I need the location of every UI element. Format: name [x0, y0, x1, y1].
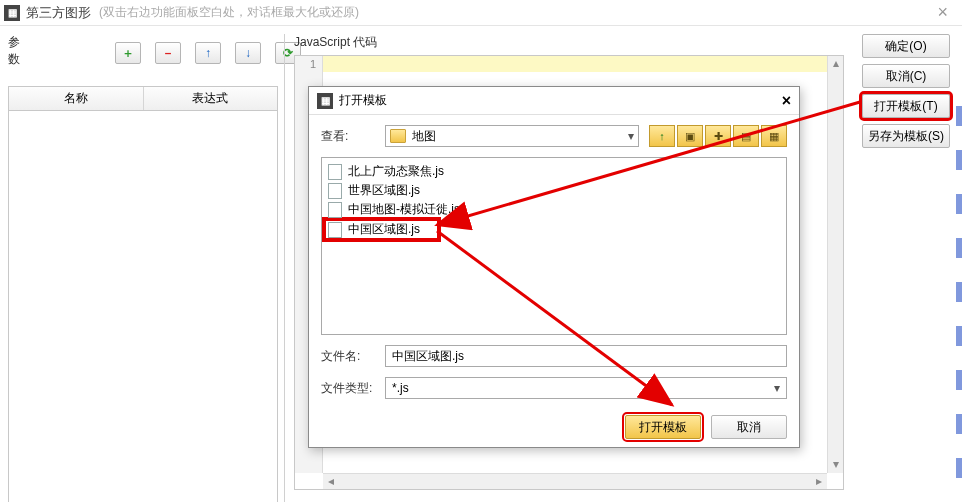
scroll-right-icon[interactable]: ▸ — [811, 474, 827, 489]
detail-view-button[interactable]: ▦ — [761, 125, 787, 147]
scroll-up-icon[interactable]: ▴ — [828, 56, 843, 72]
open-template-button[interactable]: 打开模板(T) — [862, 94, 950, 118]
editor-horizontal-scrollbar[interactable]: ◂ ▸ — [323, 473, 827, 489]
editor-vertical-scrollbar[interactable]: ▴ ▾ — [827, 56, 843, 473]
params-toolbar: ＋ － ↑ ↓ ⟳ — [115, 42, 301, 64]
remove-button[interactable]: － — [155, 42, 181, 64]
main-titlebar: ▦ 第三方图形 (双击右边功能面板空白处，对话框最大化或还原) × — [0, 0, 962, 26]
chevron-down-icon: ▾ — [774, 381, 780, 395]
params-grid-header: 名称 表达式 — [8, 86, 278, 111]
filetype-select[interactable]: *.js ▾ — [385, 377, 787, 399]
open-template-dialog: ▦ 打开模板 × 查看: 地图 ▾ ↑ ▣ ✚ ▤ ▦ — [308, 86, 800, 448]
list-view-button[interactable]: ▤ — [733, 125, 759, 147]
add-button[interactable]: ＋ — [115, 42, 141, 64]
new-folder-button[interactable]: ✚ — [705, 125, 731, 147]
folder-icon — [390, 129, 406, 143]
list-item[interactable]: 世界区域图.js — [328, 181, 780, 200]
lookin-value: 地图 — [412, 128, 436, 145]
ok-button[interactable]: 确定(O) — [862, 34, 950, 58]
editor-current-line — [323, 56, 827, 72]
chevron-down-icon: ▾ — [628, 129, 634, 143]
save-template-button[interactable]: 另存为模板(S) — [862, 124, 950, 148]
dialog-close-icon[interactable]: × — [782, 92, 791, 110]
up-folder-button[interactable]: ↑ — [649, 125, 675, 147]
line-number: 1 — [295, 56, 322, 70]
file-name: 中国区域图.js — [348, 221, 420, 238]
right-button-panel: 确定(O) 取消(C) 打开模板(T) 另存为模板(S) — [862, 34, 950, 148]
list-item[interactable]: 北上广动态聚焦.js — [328, 162, 780, 181]
list-item[interactable]: 中国地图-模拟迁徙.js — [328, 200, 780, 219]
dialog-icon: ▦ — [317, 93, 333, 109]
dialog-open-button[interactable]: 打开模板 — [625, 415, 701, 439]
dialog-nav-buttons: ↑ ▣ ✚ ▤ ▦ — [649, 125, 787, 147]
col-expr: 表达式 — [144, 87, 278, 110]
filename-label: 文件名: — [321, 348, 375, 365]
cancel-button[interactable]: 取消(C) — [862, 64, 950, 88]
filename-input[interactable]: 中国区域图.js — [385, 345, 787, 367]
lookin-label: 查看: — [321, 128, 375, 145]
dialog-titlebar: ▦ 打开模板 × — [309, 87, 799, 115]
document-icon — [328, 202, 342, 218]
window-title: 第三方图形 — [26, 4, 91, 22]
dialog-title: 打开模板 — [339, 92, 387, 109]
window-close-icon[interactable]: × — [927, 2, 958, 23]
document-icon — [328, 183, 342, 199]
panel-divider[interactable] — [284, 34, 285, 502]
dialog-cancel-button[interactable]: 取消 — [711, 415, 787, 439]
file-name: 中国地图-模拟迁徙.js — [348, 201, 460, 218]
scroll-down-icon[interactable]: ▾ — [828, 457, 843, 473]
scroll-left-icon[interactable]: ◂ — [323, 474, 339, 489]
window-subtitle: (双击右边功能面板空白处，对话框最大化或还原) — [99, 4, 359, 21]
lookin-combo[interactable]: 地图 ▾ — [385, 125, 639, 147]
file-name: 世界区域图.js — [348, 182, 420, 199]
move-down-button[interactable]: ↓ — [235, 42, 261, 64]
js-label: JavaScript 代码 — [294, 34, 844, 51]
app-icon: ▦ — [4, 5, 20, 21]
list-item-selected[interactable]: 中国区域图.js — [324, 219, 439, 240]
move-up-button[interactable]: ↑ — [195, 42, 221, 64]
params-panel: 参数 ＋ － ↑ ↓ ⟳ 名称 表达式 — [8, 34, 278, 502]
right-edge-decoration — [956, 106, 962, 502]
params-grid-body[interactable] — [8, 111, 278, 502]
params-label: 参数 — [8, 34, 20, 68]
col-name: 名称 — [9, 87, 144, 110]
document-icon — [328, 164, 342, 180]
document-icon — [328, 222, 342, 238]
filetype-label: 文件类型: — [321, 380, 375, 397]
file-list[interactable]: 北上广动态聚焦.js 世界区域图.js 中国地图-模拟迁徙.js 中国区域图.j… — [321, 157, 787, 335]
file-name: 北上广动态聚焦.js — [348, 163, 444, 180]
desktop-button[interactable]: ▣ — [677, 125, 703, 147]
